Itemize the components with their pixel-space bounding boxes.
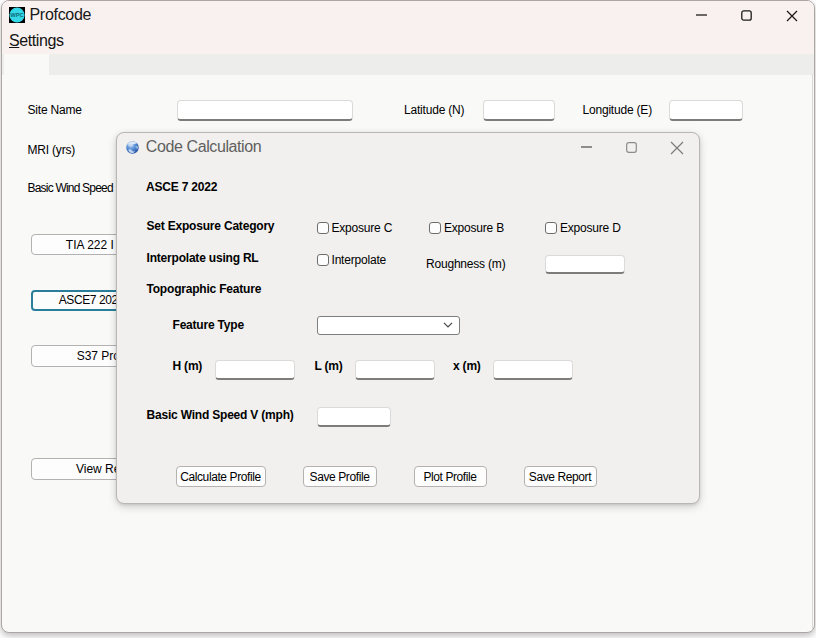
svg-text:WPC: WPC bbox=[10, 12, 24, 18]
